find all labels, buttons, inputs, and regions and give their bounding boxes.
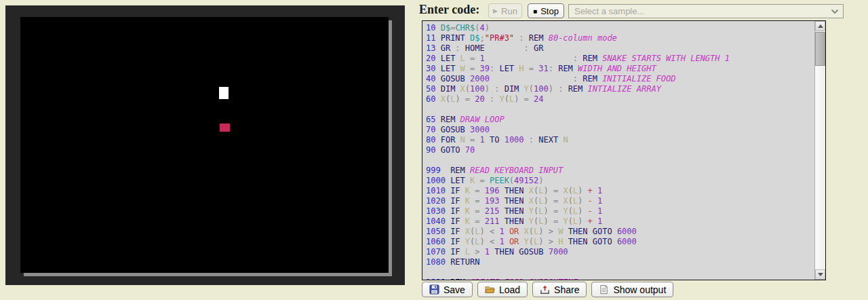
share-upload-icon (540, 284, 550, 295)
code-line[interactable]: 13 GR : HOME : GR (426, 43, 814, 54)
editor-scrollbar[interactable] (814, 21, 825, 280)
show-output-button-label: Show output (613, 284, 666, 295)
code-line[interactable]: 1050 IF X(L) < 1 OR X(L) > W THEN GOTO 6… (426, 227, 814, 237)
show-output-button[interactable]: Show output (591, 282, 673, 297)
stop-button-label: Stop (540, 6, 559, 16)
page-title: Enter code: (419, 3, 479, 17)
code-line[interactable]: 80 FOR N = 1 TO 1000 : NEXT N (426, 135, 814, 145)
save-button-label: Save (443, 284, 465, 295)
code-line[interactable] (426, 155, 814, 166)
code-line[interactable]: 20 LET L = 1 : REM SNAKE STARTS WITH LEN… (426, 54, 814, 64)
code-line[interactable]: 1999 REM CREATE FOOD SUBROUTINE (426, 278, 814, 280)
triangle-down-icon (818, 273, 823, 276)
floppy-disk-icon (429, 284, 439, 295)
code-line[interactable]: 1060 IF Y(L) < 1 OR Y(L) > H THEN GOTO 6… (426, 237, 814, 247)
code-line[interactable]: 65 REM DRAW LOOP (426, 115, 814, 125)
code-line[interactable]: 90 GOTO 70 (426, 145, 814, 155)
code-line[interactable]: 30 LET W = 39: LET H = 31: REM WIDTH AND… (426, 64, 814, 74)
stop-square-icon: ■ (533, 7, 537, 15)
run-button-label: Run (501, 6, 517, 16)
open-folder-icon (485, 284, 495, 295)
share-button[interactable]: Share (532, 282, 587, 297)
load-button-label: Load (499, 284, 520, 295)
code-line[interactable]: 1040 IF K = 211 THEN Y(L) = Y(L) + 1 (426, 217, 814, 227)
triangle-up-icon (818, 24, 823, 28)
scrollbar-track[interactable] (815, 31, 825, 269)
code-line[interactable]: 10 D$=CHR$(4) (426, 23, 814, 33)
code-line[interactable]: 60 X(L) = 20 : Y(L) = 24 (426, 94, 814, 105)
jsbasic-page: { "header": { "title": "Enter code:", "r… (0, 0, 868, 300)
code-editor[interactable]: 10 D$=CHR$(4)11 PRINT D$;"PR#3" : REM 80… (422, 20, 826, 280)
load-button[interactable]: Load (477, 282, 528, 297)
code-line[interactable]: 999 REM READ KEYBOARD INPUT (426, 166, 814, 176)
code-line[interactable]: 1000 LET K = PEEK(49152) (426, 176, 814, 186)
play-icon: ▶ (493, 7, 498, 14)
emulator-screen[interactable] (20, 17, 389, 273)
code-line[interactable]: 1070 IF L > 1 THEN GOSUB 7000 (426, 247, 814, 257)
code-line[interactable]: 50 DIM X(100) : DIM Y(100) : REM INTIALI… (426, 84, 814, 94)
code-line[interactable]: 1020 IF K = 193 THEN X(L) = X(L) - 1 (426, 196, 814, 206)
run-button[interactable]: ▶ Run (488, 3, 522, 18)
food-block (220, 124, 230, 132)
emulator-bezel (5, 5, 405, 285)
stop-button[interactable]: ■ Stop (528, 3, 564, 18)
scrollbar-up-button[interactable] (815, 21, 825, 31)
snake-segment-block (219, 87, 229, 99)
scrollbar-thumb[interactable] (815, 32, 825, 66)
save-button[interactable]: Save (422, 282, 473, 297)
code-line[interactable]: 11 PRINT D$;"PR#3" : REM 80-column mode (426, 33, 814, 43)
output-document-icon (599, 284, 609, 295)
sample-select[interactable]: Select a sample... (568, 4, 844, 18)
code-line[interactable]: 1080 RETURN (426, 257, 814, 267)
code-line[interactable]: 40 GOSUB 2000 : REM INITIALIZE FOOD (426, 74, 814, 84)
code-line[interactable]: 1030 IF K = 215 THEN Y(L) = Y(L) - 1 (426, 206, 814, 217)
code-line[interactable] (426, 267, 814, 278)
scrollbar-down-button[interactable] (815, 269, 825, 280)
code-lines[interactable]: 10 D$=CHR$(4)11 PRINT D$;"PR#3" : REM 80… (422, 21, 814, 280)
code-line[interactable]: 1010 IF K = 196 THEN X(L) = X(L) + 1 (426, 186, 814, 196)
editor-actions: Save Load Share Show output (422, 282, 673, 297)
sample-select-placeholder: Select a sample... (574, 6, 644, 16)
code-line[interactable]: 70 GOSUB 3000 (426, 125, 814, 135)
chevron-down-icon (831, 9, 839, 14)
code-line[interactable] (426, 105, 814, 115)
share-button-label: Share (554, 284, 579, 295)
